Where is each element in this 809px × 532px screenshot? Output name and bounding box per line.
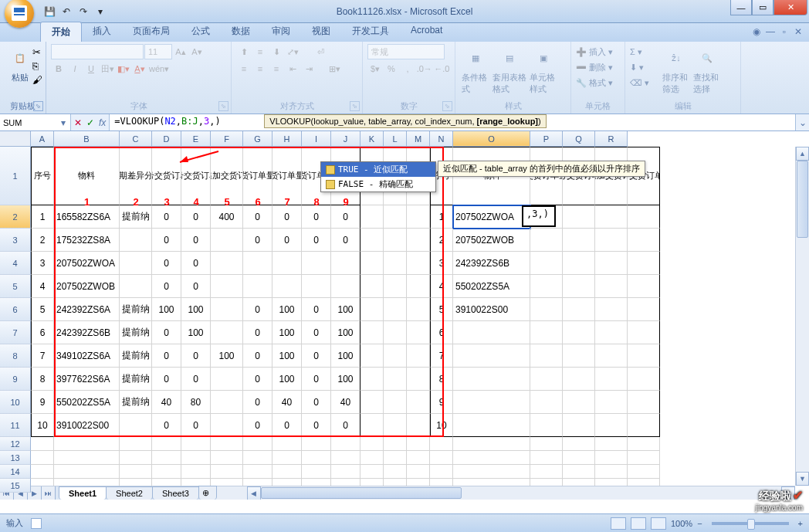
cell[interactable] [360,391,384,414]
cell[interactable]: 207502ZWOB [453,229,530,252]
cell[interactable]: 3910022S00 [453,298,530,321]
cell[interactable]: 9 [430,391,453,414]
cell[interactable]: 0 [243,344,272,368]
cell[interactable] [563,275,595,298]
redo-icon[interactable]: ↷ [77,5,90,18]
cell[interactable] [453,391,530,414]
cell[interactable]: 4 [430,275,453,298]
cell[interactable] [407,252,430,275]
cell[interactable] [453,368,530,391]
tab-开始[interactable]: 开始 [40,22,82,42]
cell[interactable] [453,451,530,465]
cell[interactable] [407,321,430,344]
cell[interactable] [360,368,384,391]
cell[interactable] [243,252,272,275]
insert-cells-button[interactable]: ➕ 插入 ▾ [576,44,620,59]
tab-公式[interactable]: 公式 [181,22,221,42]
cell[interactable] [453,414,530,437]
cell[interactable] [595,252,628,275]
row-header-15[interactable]: 15 [0,479,31,493]
cell[interactable] [407,414,430,437]
accept-formula-icon[interactable]: ✓ [86,117,94,128]
autosum-button[interactable]: Σ ▾ [630,44,661,59]
comma-icon[interactable]: , [400,61,415,76]
col-header-C[interactable]: C [120,131,152,147]
cell[interactable] [54,437,120,451]
zoom-in-icon[interactable]: + [798,519,803,528]
cell[interactable] [407,391,430,414]
cell[interactable]: 175232ZS8A [54,229,120,252]
cell[interactable] [407,451,430,465]
cell[interactable]: 80 [181,391,211,414]
align-center-icon[interactable]: ≡ [252,61,268,76]
cell[interactable] [563,437,595,451]
cell[interactable]: 1 [430,205,453,229]
autocomplete-item-true[interactable]: TRUE - 近似匹配 [321,162,435,177]
cell[interactable] [302,437,331,451]
cell[interactable]: 242392ZS6B [453,252,530,275]
cell[interactable] [530,252,563,275]
cell[interactable]: 0 [152,205,181,229]
col-header-J[interactable]: J [331,131,360,147]
cell[interactable]: 3 [430,252,453,275]
cell[interactable]: 0 [181,275,211,298]
cell[interactable]: 序号 [31,147,54,205]
cell[interactable] [530,414,563,437]
cell[interactable] [120,229,152,252]
cell[interactable]: 6 [31,321,54,344]
cut-icon[interactable]: ✂ [32,46,42,58]
cell[interactable] [430,451,453,465]
zoom-out-icon[interactable]: − [697,519,702,528]
cell[interactable]: 0 [302,205,331,229]
cell[interactable] [384,465,407,479]
cell[interactable] [453,437,530,451]
row-header-11[interactable]: 11 [0,414,31,437]
italic-button[interactable]: I [67,61,83,76]
col-header-L[interactable]: L [384,131,407,147]
tab-数据[interactable]: 数据 [221,22,261,42]
cell[interactable] [407,298,430,321]
fx-icon[interactable]: fx [99,117,106,128]
cell[interactable] [331,437,360,451]
row-header-4[interactable]: 4 [0,252,31,275]
sheet-tab-Sheet1[interactable]: Sheet1 [59,486,107,500]
cell[interactable] [563,344,595,368]
cell[interactable]: 10 [31,414,54,437]
cell[interactable] [628,344,660,368]
cell[interactable] [31,437,54,451]
name-box-input[interactable] [0,118,57,127]
cell[interactable] [120,465,152,479]
tab-审阅[interactable]: 审阅 [261,22,301,42]
cell[interactable] [54,451,120,465]
horizontal-scrollbar[interactable]: ◀ ▶ [247,486,795,500]
shrink-font-icon[interactable]: A▾ [189,44,205,59]
cell[interactable] [272,451,302,465]
row-header-7[interactable]: 7 [0,321,31,344]
row-header-14[interactable]: 14 [0,465,31,479]
orientation-icon[interactable]: ⤢▾ [285,44,300,59]
col-header-O[interactable]: O [453,131,530,147]
cell[interactable] [360,205,384,229]
cell[interactable] [120,414,152,437]
cell[interactable]: 8 [31,368,54,391]
doc-minimize-icon[interactable]: ― [764,25,777,38]
vscroll-thumb[interactable] [797,161,808,238]
cell[interactable] [384,229,407,252]
undo-icon[interactable]: ↶ [60,5,73,18]
cell[interactable]: 100 [331,368,360,391]
cell[interactable] [360,451,384,465]
cell[interactable]: 提前纳 [120,368,152,391]
tab-视图[interactable]: 视图 [301,22,341,42]
row-header-10[interactable]: 10 [0,391,31,414]
cell[interactable]: 207502ZWOA [54,252,120,275]
cell[interactable] [211,298,243,321]
cell[interactable] [120,275,152,298]
cell[interactable] [31,465,54,479]
col-header-Q[interactable]: Q [563,131,595,147]
cell[interactable] [530,437,563,451]
new-sheet-icon[interactable]: ⊕ [198,486,217,500]
cell[interactable] [211,229,243,252]
cell[interactable] [563,229,595,252]
cell[interactable] [302,252,331,275]
cell[interactable] [530,368,563,391]
